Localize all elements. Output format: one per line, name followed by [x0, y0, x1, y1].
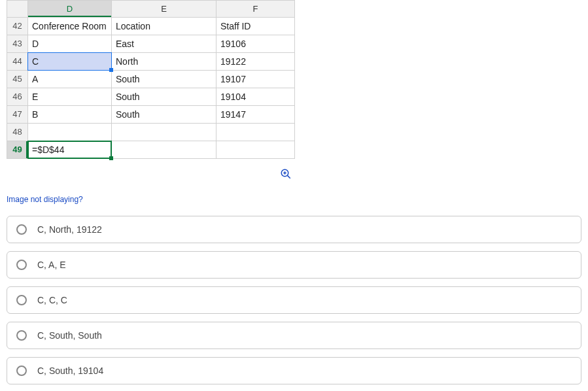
- formula-text: =$D$44: [32, 144, 64, 155]
- option-label: C, South, South: [37, 330, 102, 341]
- spreadsheet[interactable]: D E F 42 Conference Room Location Staff …: [7, 0, 295, 159]
- row-header[interactable]: 49: [7, 141, 28, 159]
- cell[interactable]: E: [28, 88, 112, 106]
- table-row: 49 =$D$44: [7, 141, 295, 159]
- option-4[interactable]: C, South, South: [7, 322, 581, 349]
- row-header[interactable]: 42: [7, 18, 28, 35]
- cell[interactable]: North: [112, 53, 216, 71]
- zoom-in-icon[interactable]: [280, 168, 292, 182]
- col-header-E[interactable]: E: [112, 1, 216, 18]
- cell[interactable]: 19107: [216, 71, 295, 88]
- cell[interactable]: Location: [112, 18, 216, 35]
- table-row: 45 A South 19107: [7, 71, 295, 88]
- radio-icon: [16, 260, 27, 270]
- image-not-displaying-link[interactable]: Image not displaying?: [7, 195, 83, 204]
- row-header[interactable]: 44: [7, 53, 28, 71]
- option-label: C, North, 19122: [37, 224, 102, 235]
- cell[interactable]: [216, 141, 295, 159]
- cell[interactable]: 19147: [216, 106, 295, 124]
- cell[interactable]: [112, 124, 216, 141]
- table-row: 47 B South 19147: [7, 106, 295, 124]
- reference-outline: [27, 52, 112, 71]
- radio-icon: [16, 224, 27, 235]
- row-header[interactable]: 46: [7, 88, 28, 106]
- cell[interactable]: [216, 124, 295, 141]
- cell[interactable]: 19104: [216, 88, 295, 106]
- option-3[interactable]: C, C, C: [7, 286, 581, 314]
- cell[interactable]: South: [112, 71, 216, 88]
- option-2[interactable]: C, A, E: [7, 251, 581, 279]
- cell[interactable]: [28, 124, 112, 141]
- corner-cell: [7, 1, 28, 18]
- radio-icon: [16, 366, 27, 376]
- row-header[interactable]: 47: [7, 106, 28, 124]
- cell-referenced[interactable]: C: [28, 53, 112, 71]
- cell[interactable]: 19106: [216, 35, 295, 53]
- table-row: 44 C North 19122: [7, 53, 295, 71]
- col-header-F[interactable]: F: [216, 1, 295, 18]
- cell[interactable]: South: [112, 88, 216, 106]
- answer-options: C, North, 19122 C, A, E C, C, C C, South…: [7, 216, 581, 384]
- cell[interactable]: B: [28, 106, 112, 124]
- svg-line-1: [288, 176, 290, 178]
- option-1[interactable]: C, North, 19122: [7, 216, 581, 243]
- cell[interactable]: South: [112, 106, 216, 124]
- cell[interactable]: Staff ID: [216, 18, 295, 35]
- column-header-row: D E F: [7, 1, 295, 18]
- cell-value: C: [32, 56, 39, 67]
- cell[interactable]: 19122: [216, 53, 295, 71]
- radio-icon: [16, 330, 27, 341]
- table-row: 42 Conference Room Location Staff ID: [7, 18, 295, 35]
- cell[interactable]: East: [112, 35, 216, 53]
- table-row: 43 D East 19106: [7, 35, 295, 53]
- radio-icon: [16, 295, 27, 305]
- row-header[interactable]: 43: [7, 35, 28, 53]
- option-label: C, South, 19104: [37, 366, 103, 376]
- cell[interactable]: D: [28, 35, 112, 53]
- option-label: C, C, C: [37, 295, 67, 305]
- table-row: 46 E South 19104: [7, 88, 295, 106]
- cell[interactable]: [112, 141, 216, 159]
- option-label: C, A, E: [37, 260, 66, 270]
- table-row: 48: [7, 124, 295, 141]
- row-header[interactable]: 45: [7, 71, 28, 88]
- col-header-D[interactable]: D: [28, 1, 112, 18]
- active-cell[interactable]: =$D$44: [28, 141, 112, 159]
- row-header[interactable]: 48: [7, 124, 28, 141]
- cell[interactable]: Conference Room: [28, 18, 112, 35]
- cell[interactable]: A: [28, 71, 112, 88]
- option-5[interactable]: C, South, 19104: [7, 357, 581, 384]
